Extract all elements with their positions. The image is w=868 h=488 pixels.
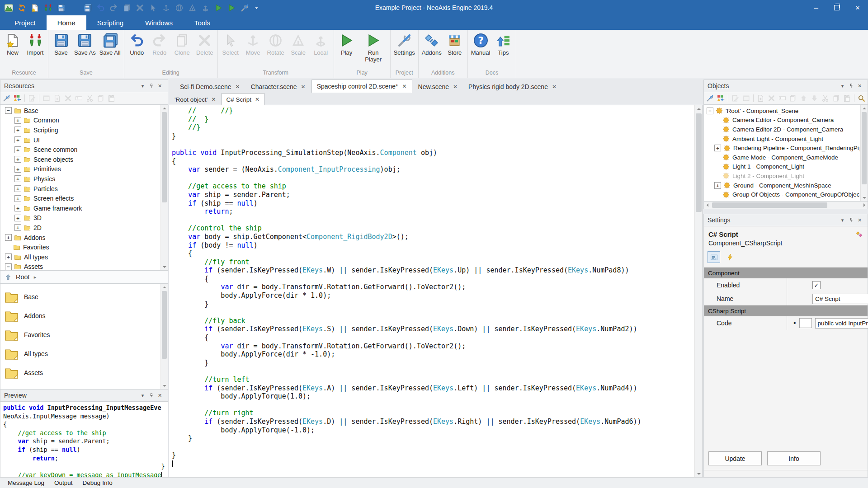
pin-icon[interactable] xyxy=(147,392,156,399)
scroll-down-icon[interactable] xyxy=(161,382,168,389)
tree-item-favorites[interactable]: Favorites xyxy=(0,242,168,252)
expand-icon[interactable]: + xyxy=(14,156,21,163)
scene-tab-new-scene[interactable]: New.scene✕ xyxy=(413,81,463,93)
ribbon-button-clone[interactable]: Clone xyxy=(171,31,193,56)
doc-tab-c-script[interactable]: C# Script✕ xyxy=(222,93,265,105)
objects-newdoc-icon[interactable] xyxy=(757,94,764,102)
scrollbar-thumb[interactable] xyxy=(712,202,827,208)
expand-icon[interactable]: + xyxy=(14,195,21,202)
scroll-up-icon[interactable] xyxy=(861,105,868,112)
objects-up-icon[interactable] xyxy=(800,94,807,102)
tree-item-base[interactable]: −Base xyxy=(0,106,168,116)
expand-icon[interactable]: + xyxy=(714,145,721,151)
qat-rotate-icon[interactable] xyxy=(175,4,184,12)
ribbon-button-tips[interactable]: Tips xyxy=(492,31,514,56)
vertical-scrollbar[interactable] xyxy=(160,284,168,389)
close-icon[interactable]: ✕ xyxy=(402,83,406,89)
restore-button[interactable] xyxy=(826,0,847,15)
panel-menu-icon[interactable]: ▾ xyxy=(838,82,847,90)
scrollbar-thumb[interactable] xyxy=(162,291,167,359)
close-icon[interactable]: ✕ xyxy=(552,84,557,90)
qat-local-icon[interactable] xyxy=(201,4,210,12)
panel-menu-icon[interactable]: ▾ xyxy=(838,216,847,224)
objects-wrench-icon[interactable] xyxy=(706,94,714,102)
tree-item-light-1-component-light[interactable]: Light 1 - Component_Light xyxy=(704,162,868,172)
scrollbar-thumb[interactable] xyxy=(862,112,867,184)
objects-copy-icon[interactable] xyxy=(832,94,840,102)
properties-view-button[interactable] xyxy=(708,251,720,263)
menu-tab-project[interactable]: Project xyxy=(4,15,47,30)
expand-icon[interactable]: + xyxy=(14,166,21,173)
scene-tab-character-scene[interactable]: Character.scene✕ xyxy=(246,81,311,93)
qat-saveall-icon[interactable] xyxy=(83,4,92,12)
scrollbar-thumb[interactable] xyxy=(162,112,167,202)
ribbon-button-local[interactable]: Local xyxy=(310,31,332,56)
up-level-icon[interactable] xyxy=(5,273,12,281)
ribbon-button-select[interactable]: Select xyxy=(219,31,242,56)
tree-item-camera-editor-component-camera[interactable]: Camera Editor - Component_Camera xyxy=(704,116,868,125)
scroll-right-icon[interactable] xyxy=(861,202,868,209)
vertical-scrollbar[interactable] xyxy=(160,105,168,270)
tree-item-assets[interactable]: −Assets xyxy=(0,262,168,271)
qat-undo-icon[interactable] xyxy=(96,4,105,12)
tree-item-physics[interactable]: +Physics xyxy=(0,174,168,184)
qat-delete-icon[interactable] xyxy=(136,4,144,12)
close-icon[interactable]: ✕ xyxy=(453,84,458,90)
update-button[interactable]: Update xyxy=(708,451,762,465)
ribbon-button-save-all[interactable]: Save All xyxy=(98,31,123,56)
code-field[interactable]: public void InputPr xyxy=(815,318,868,328)
resources-wrench-icon[interactable] xyxy=(3,94,10,102)
ribbon-button-play[interactable]: Play xyxy=(335,31,358,56)
scroll-up-icon[interactable] xyxy=(161,284,168,291)
tree-item-3d[interactable]: +3D xyxy=(0,213,168,223)
scrollbar-thumb[interactable] xyxy=(696,113,702,212)
panel-menu-icon[interactable]: ▾ xyxy=(138,82,147,90)
expand-icon[interactable]: + xyxy=(14,146,21,153)
scroll-down-icon[interactable] xyxy=(161,263,168,270)
tree-item-2d[interactable]: +2D xyxy=(0,223,168,233)
tree-item-rendering-pipeline-component-renderingpi[interactable]: +Rendering Pipeline - Component_Renderin… xyxy=(704,143,868,153)
scene-tab-spaceship-control-2d-scene-[interactable]: Spaceship control 2D.scene*✕ xyxy=(311,80,412,93)
qat-saveas-icon[interactable] xyxy=(70,4,79,12)
pin-icon[interactable] xyxy=(147,82,156,90)
events-view-button[interactable] xyxy=(723,251,736,263)
ribbon-button-move[interactable]: Move xyxy=(242,31,264,56)
tree-item-scene-common[interactable]: +Scene common xyxy=(0,145,168,155)
objects-cut-icon[interactable] xyxy=(821,94,829,102)
tree-item--root-component-scene[interactable]: −'Root' - Component_Scene xyxy=(704,106,868,116)
ribbon-button-settings[interactable]: Settings xyxy=(392,31,417,56)
ribbon-button-store[interactable]: Store xyxy=(443,31,466,56)
doc-tab--root-object-[interactable]: 'Root object'✕ xyxy=(170,94,221,105)
resources-edit-icon[interactable] xyxy=(28,94,36,102)
tree-item-camera-editor-2d-component-camera[interactable]: Camera Editor 2D - Component_Camera xyxy=(704,125,868,134)
menu-tab-tools[interactable]: Tools xyxy=(184,15,221,30)
expand-icon[interactable]: + xyxy=(14,215,21,221)
scroll-up-icon[interactable] xyxy=(161,105,168,112)
close-icon[interactable]: ✕ xyxy=(211,96,216,103)
close-button[interactable]: ✕ xyxy=(847,0,868,15)
resources-rename-icon[interactable] xyxy=(75,94,83,102)
tree-item-particles[interactable]: +Particles xyxy=(0,184,168,194)
tree-item-light-2-component-light[interactable]: Light 2 - Component_Light xyxy=(704,171,868,181)
ribbon-button-manual[interactable]: ?Manual xyxy=(469,31,492,56)
menu-tab-windows[interactable]: Windows xyxy=(134,15,184,30)
qat-newfile-icon[interactable] xyxy=(31,4,39,12)
expand-icon[interactable]: + xyxy=(14,185,21,192)
expand-icon[interactable]: + xyxy=(5,253,12,260)
scroll-down-icon[interactable] xyxy=(861,194,868,201)
folder-item-assets[interactable]: Assets xyxy=(4,363,168,382)
code-editor[interactable]: // //} // } //}} public void InputProces… xyxy=(169,105,703,478)
qat-settings-icon[interactable] xyxy=(241,4,249,12)
panel-menu-icon[interactable]: ▾ xyxy=(138,392,147,399)
expand-icon[interactable]: + xyxy=(14,224,21,231)
objects-edit-icon[interactable] xyxy=(731,94,739,102)
objects-down-icon[interactable] xyxy=(811,94,818,102)
tree-item-group-of-objects-component-groupofobject[interactable]: Group Of Objects - Component_GroupOfObje… xyxy=(704,190,868,199)
ribbon-button-run-player[interactable]: Run Player xyxy=(358,31,389,63)
tree-item-scripting[interactable]: +Scripting xyxy=(0,125,168,135)
close-icon[interactable]: ✕ xyxy=(156,82,164,90)
tree-item-primitives[interactable]: +Primitives xyxy=(0,164,168,174)
resources-newdoc-icon[interactable] xyxy=(53,94,61,102)
folder-item-base[interactable]: Base xyxy=(4,287,168,306)
qat-clone-icon[interactable] xyxy=(123,4,131,12)
